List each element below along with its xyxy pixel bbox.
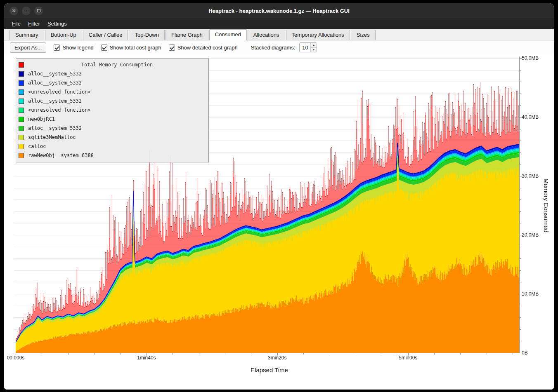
menu-filter[interactable]: Filter bbox=[24, 19, 44, 28]
legend-item: <unresolved function> bbox=[19, 87, 206, 96]
legend-item: alloc__system_5332 bbox=[19, 69, 206, 78]
legend-swatch bbox=[19, 108, 24, 113]
tab-flame-graph[interactable]: Flame Graph bbox=[166, 30, 208, 40]
show-legend-label: Show legend bbox=[62, 45, 93, 51]
window-controls: ✕ – bbox=[9, 3, 43, 18]
legend-swatch bbox=[19, 117, 24, 122]
tab-top-down[interactable]: Top-Down bbox=[129, 30, 165, 40]
tab-bar: Summary Bottom-Up Caller / Callee Top-Do… bbox=[4, 29, 554, 40]
spinbox-increment-button[interactable]: ▲ bbox=[311, 43, 317, 48]
checkbox-checked-icon bbox=[101, 45, 107, 51]
minimize-icon: – bbox=[25, 8, 28, 13]
toolbar: Export As... Show legend Show total cost… bbox=[4, 40, 554, 54]
legend-item: calloc bbox=[19, 142, 206, 151]
chart-area: Total Memory Consumption alloc__system_5… bbox=[4, 54, 554, 390]
spinbox-value: 10 bbox=[300, 43, 310, 52]
legend-swatch bbox=[19, 144, 24, 149]
show-total-cost-graph-checkbox[interactable]: Show total cost graph bbox=[101, 45, 161, 51]
tab-sizes[interactable]: Sizes bbox=[351, 30, 376, 40]
legend-label: <unresolved function> bbox=[28, 89, 91, 95]
legend-swatch bbox=[19, 99, 24, 104]
menu-settings[interactable]: Settings bbox=[44, 19, 71, 28]
legend-swatch bbox=[19, 126, 24, 131]
app-window: ✕ – Heaptrack - heaptrack.wakunode.1.gz … bbox=[4, 3, 554, 390]
close-icon: ✕ bbox=[12, 8, 16, 13]
legend-swatch bbox=[19, 135, 24, 140]
tab-caller-callee[interactable]: Caller / Callee bbox=[83, 30, 128, 40]
spinbox-decrement-button[interactable]: ▼ bbox=[311, 48, 317, 52]
tab-consumed[interactable]: Consumed bbox=[209, 29, 247, 40]
legend-swatch bbox=[19, 153, 24, 158]
checkbox-checked-icon bbox=[54, 45, 60, 51]
legend-label: rawNewObj__system_6388 bbox=[28, 153, 94, 158]
tab-allocations[interactable]: Allocations bbox=[248, 30, 285, 40]
title-bar: ✕ – Heaptrack - heaptrack.wakunode.1.gz … bbox=[4, 3, 554, 18]
legend-item: <unresolved function> bbox=[19, 106, 206, 115]
legend-item: newObjRC1 bbox=[19, 115, 206, 124]
close-button[interactable]: ✕ bbox=[9, 7, 18, 15]
legend-item: alloc__system_5332 bbox=[19, 78, 206, 87]
legend-swatch bbox=[19, 80, 24, 86]
legend-label: calloc bbox=[28, 143, 46, 149]
maximize-button[interactable] bbox=[34, 7, 43, 15]
show-detailed-cost-graph-label: Show detailed cost graph bbox=[177, 45, 238, 51]
legend-title: Total Memory Consumption bbox=[28, 62, 206, 68]
legend-label: alloc__system_5332 bbox=[28, 80, 82, 86]
stacked-diagrams-spinbox[interactable]: 10 ▲ ▼ bbox=[299, 42, 317, 52]
legend-label: newObjRC1 bbox=[28, 116, 55, 122]
legend-swatch bbox=[19, 71, 24, 77]
legend-label: alloc__system_5332 bbox=[28, 71, 82, 77]
show-total-cost-graph-label: Show total cost graph bbox=[110, 45, 161, 51]
export-as-button[interactable]: Export As... bbox=[10, 42, 46, 53]
maximize-icon bbox=[37, 9, 40, 12]
show-detailed-cost-graph-checkbox[interactable]: Show detailed cost graph bbox=[169, 45, 238, 51]
legend-item: rawNewObj__system_6388 bbox=[19, 151, 206, 160]
legend-label: alloc__system_5332 bbox=[28, 125, 82, 131]
legend-swatch-total bbox=[19, 62, 24, 68]
legend-label: alloc__system_5332 bbox=[28, 98, 82, 104]
legend-item: sqlite3MemMalloc bbox=[19, 133, 206, 142]
legend-item: alloc__system_5332 bbox=[19, 96, 206, 106]
show-legend-checkbox[interactable]: Show legend bbox=[54, 45, 93, 51]
legend-label: sqlite3MemMalloc bbox=[28, 134, 76, 140]
tab-temporary-allocations[interactable]: Temporary Allocations bbox=[286, 30, 350, 40]
legend-item: alloc__system_5332 bbox=[19, 124, 206, 133]
menu-bar: File Filter Settings bbox=[4, 18, 554, 29]
checkbox-checked-icon bbox=[169, 45, 175, 51]
legend-swatch bbox=[19, 89, 24, 95]
window-title: Heaptrack - heaptrack.wakunode.1.gz — He… bbox=[208, 8, 350, 14]
legend-label: <unresolved function> bbox=[28, 107, 91, 113]
menu-file[interactable]: File bbox=[8, 19, 24, 28]
tab-summary[interactable]: Summary bbox=[9, 30, 44, 40]
tab-bottom-up[interactable]: Bottom-Up bbox=[45, 30, 82, 40]
stacked-diagrams-label: Stacked diagrams: bbox=[251, 45, 296, 51]
minimize-button[interactable]: – bbox=[22, 7, 31, 15]
chart-legend: Total Memory Consumption alloc__system_5… bbox=[16, 59, 209, 162]
legend-title-row: Total Memory Consumption bbox=[19, 60, 206, 69]
